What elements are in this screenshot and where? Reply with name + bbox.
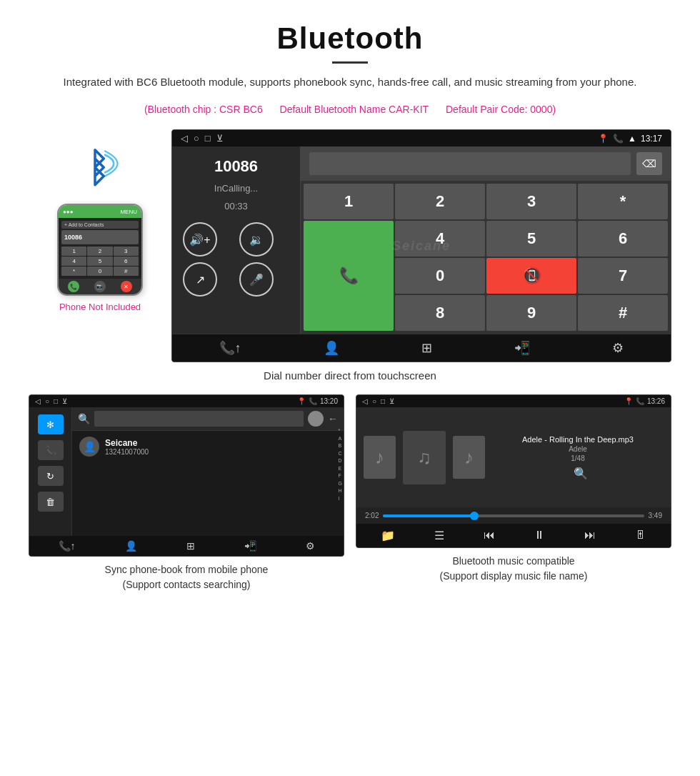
music-progress-fill (383, 514, 474, 517)
dial-key-6[interactable]: 6 (578, 221, 668, 257)
music-loc-icon: 📍 (624, 397, 633, 405)
music-track: 1/48 (492, 454, 664, 462)
contacts-tab-icon[interactable]: 👤 (324, 340, 339, 356)
pb-settings-tab[interactable]: ⚙ (306, 540, 315, 552)
phone-key-5: 5 (87, 257, 112, 266)
dial-end-button[interactable]: 📵 (486, 258, 576, 294)
phone-key-6: 6 (114, 257, 139, 266)
phone-key-3: 3 (114, 247, 139, 256)
main-caption: Dial number direct from touchscreen (29, 369, 671, 382)
chip-info-3: Default Pair Code: 0000) (446, 104, 556, 115)
volume-down-button[interactable]: 🔉 (239, 222, 274, 257)
call-tab-icon[interactable]: 📞↑ (219, 340, 241, 356)
phone-transfer-tab-icon[interactable]: 📲 (514, 340, 530, 356)
pb-caption-line2: (Support contacts searching) (29, 577, 344, 592)
car-nav-icons: ◁ ○ □ ⊻ (181, 133, 224, 144)
chip-info-1: (Bluetooth chip : CSR BC6 (144, 104, 263, 115)
bottom-row: ◁ ○ □ ⊻ 📍 📞 13:20 ✻ 📞 (29, 394, 671, 592)
pb-status-right: 📍 📞 13:20 (297, 397, 338, 405)
volume-down-icon: 🔉 (249, 233, 264, 247)
pb-back-arrow[interactable]: ← (328, 413, 338, 424)
pb-bottom-bar: 📞↑ 👤 ⊞ 📲 ⚙ (29, 536, 344, 556)
dial-key-3[interactable]: 3 (486, 184, 576, 219)
music-back-icon: ◁ (362, 397, 368, 405)
pb-sync-btn[interactable]: ↻ (38, 466, 64, 486)
caller-status: InCalling... (183, 183, 289, 194)
dial-call-button[interactable]: 📞 (304, 221, 394, 331)
backspace-button[interactable]: ⌫ (636, 152, 662, 175)
pb-bluetooth-icon[interactable]: ✻ (38, 414, 64, 434)
phone-status-bar: ●●● MENU (59, 205, 141, 218)
phone-contact-text: + Add to Contacts (64, 222, 104, 227)
car-right-panel: ⌫ 1 2 3 * 📞 4 5 6 0 📵 (301, 146, 671, 334)
dial-key-star[interactable]: * (578, 184, 668, 219)
dial-key-7[interactable]: 7 (578, 258, 668, 294)
music-artist: Adele (492, 445, 664, 453)
music-album-side-left: ♪ (364, 436, 396, 479)
phone-not-included-label: Phone Not Included (59, 302, 141, 312)
subtitle-text: Integrated with BC6 Bluetooth module, su… (29, 74, 671, 91)
dial-key-5[interactable]: 5 (486, 221, 576, 257)
music-dl-icon: ⊻ (389, 397, 394, 405)
car-status-bar: ◁ ○ □ ⊻ 📍 📞 ▲ 13:17 (172, 130, 671, 146)
music-equalizer-icon[interactable]: 🎚 (635, 529, 646, 542)
phone-bottom: 📞 📷 ✕ (59, 279, 141, 294)
dial-key-4[interactable]: 4 (395, 221, 485, 257)
settings-tab-icon[interactable]: ⚙ (612, 340, 624, 356)
music-square-icon: □ (381, 397, 385, 405)
pb-caption: Sync phone-book from mobile phone (Suppo… (29, 562, 344, 592)
music-prev-button[interactable]: ⏮ (484, 529, 495, 542)
music-folder-icon[interactable]: 📁 (381, 529, 395, 542)
dial-key-1[interactable]: 1 (304, 184, 394, 219)
music-list-icon[interactable]: ☰ (434, 529, 444, 542)
dial-key-9[interactable]: 9 (486, 295, 576, 331)
music-album-side-right: ♪ (453, 436, 485, 479)
title-section: Bluetooth Integrated with BC6 Bluetooth … (29, 21, 671, 91)
phonebook-screen: ◁ ○ □ ⊻ 📍 📞 13:20 ✻ 📞 (29, 394, 344, 557)
phone-mockup: ●●● MENU + Add to Contacts 10086 1 2 3 4 (57, 204, 143, 296)
music-next-button[interactable]: ⏭ (584, 529, 596, 542)
phone-key-hash: # (114, 267, 139, 276)
phone-dialpad-input: 10086 (61, 230, 139, 244)
download-icon: ⊻ (216, 133, 224, 144)
music-note-icon-center: ♫ (417, 447, 431, 469)
music-caption: Bluetooth music compatible (Support disp… (356, 554, 671, 584)
pb-main: ✻ 📞 ↻ 🗑 🔍 ← 👤 (29, 407, 344, 536)
recents-icon: □ (205, 133, 211, 144)
phone-carrier: ●●● (63, 209, 74, 215)
dial-key-hash[interactable]: # (578, 295, 668, 331)
location-icon: 📍 (598, 134, 609, 144)
pb-call-btn[interactable]: 📞 (38, 440, 64, 460)
music-pause-button[interactable]: ⏸ (534, 529, 545, 542)
music-search-icon[interactable]: 🔍 (574, 467, 588, 479)
mic-button[interactable]: 🎤 (239, 262, 274, 297)
music-time: 13:26 (647, 397, 665, 405)
pb-dl-icon: ⊻ (62, 397, 67, 405)
transfer-button[interactable]: ↗ (183, 262, 217, 297)
volume-up-button[interactable]: 🔊+ (183, 222, 217, 257)
music-song-name: Adele - Rolling In the Deep.mp3 (492, 435, 664, 444)
pb-delete-btn[interactable]: 🗑 (38, 492, 64, 512)
dialpad-tab-icon[interactable]: ⊞ (421, 340, 432, 356)
phone-key-4: 4 (61, 257, 86, 266)
music-status-bar: ◁ ○ □ ⊻ 📍 📞 13:26 (356, 395, 671, 407)
music-column: ◁ ○ □ ⊻ 📍 📞 13:26 ♪ (356, 394, 671, 592)
car-screen-main: ◁ ○ □ ⊻ 📍 📞 ▲ 13:17 (171, 129, 671, 362)
dial-key-2[interactable]: 2 (395, 184, 485, 219)
music-screen: ◁ ○ □ ⊻ 📍 📞 13:26 ♪ (356, 394, 671, 548)
pb-contacts-tab[interactable]: 👤 (125, 540, 137, 552)
pb-search-icon: 🔍 (78, 413, 90, 424)
music-progress-bar[interactable] (383, 514, 644, 517)
caller-number: 10086 (183, 157, 289, 176)
dialpad-input-field[interactable] (309, 152, 631, 175)
phone-dialpad: 1 2 3 4 5 6 * 0 # (61, 247, 139, 276)
dial-key-8[interactable]: 8 (395, 295, 485, 331)
pb-search-bar[interactable] (94, 411, 304, 427)
pb-avatar: 👤 (79, 437, 99, 457)
pb-call-tab[interactable]: 📞↑ (59, 540, 76, 552)
pb-dialpad-tab[interactable]: ⊞ (186, 540, 195, 552)
pb-transfer-tab[interactable]: 📲 (244, 540, 256, 552)
pb-back-icon: ◁ (35, 397, 41, 405)
phone-section: ●●● MENU + Add to Contacts 10086 1 2 3 4 (29, 129, 171, 312)
dial-key-0[interactable]: 0 (395, 258, 485, 294)
